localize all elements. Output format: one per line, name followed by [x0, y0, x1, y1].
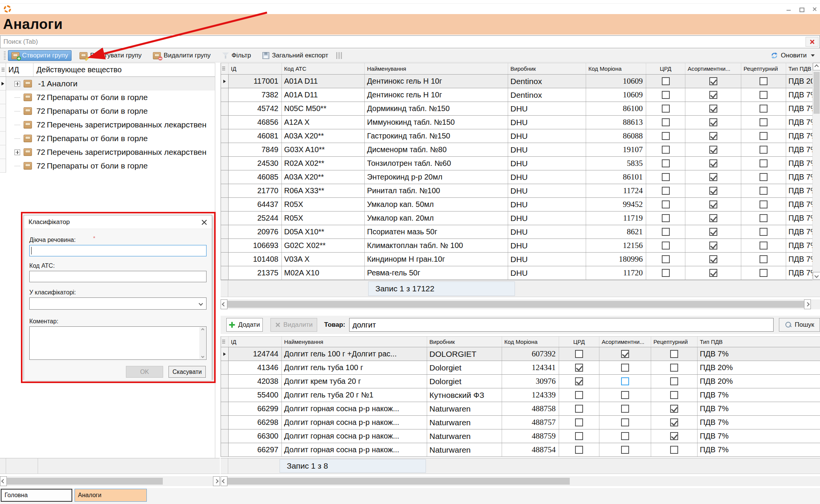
- asort-checkbox[interactable]: [709, 200, 717, 208]
- cell-crd[interactable]: [559, 402, 599, 415]
- scroll-left-icon[interactable]: [0, 476, 7, 486]
- crd-checkbox[interactable]: [575, 364, 583, 372]
- recipe-checkbox[interactable]: [670, 432, 678, 440]
- column-name[interactable]: Найменування: [365, 63, 508, 74]
- tree-row[interactable]: -1 Аналоги: [0, 77, 215, 91]
- recipe-checkbox[interactable]: [760, 118, 768, 126]
- column-maker[interactable]: Виробник: [427, 337, 502, 347]
- crd-checkbox[interactable]: [662, 228, 670, 236]
- asort-checkbox[interactable]: [709, 132, 717, 140]
- cell-recipe[interactable]: [741, 225, 786, 238]
- column-vat[interactable]: Тип ПДВ: [698, 337, 820, 347]
- tree-row[interactable]: 72 Перечень зарегистрированных лекарстве…: [0, 145, 215, 159]
- cell-asort[interactable]: [599, 347, 651, 361]
- table-row[interactable]: 7382 A01A D11 Дентинокс гель Н 10г Denti…: [221, 88, 812, 102]
- cell-asort[interactable]: [599, 402, 651, 415]
- asort-checkbox[interactable]: [709, 105, 717, 113]
- table-row[interactable]: 66298 Долгит горная сосна р-р накож... N…: [221, 416, 820, 429]
- cell-recipe[interactable]: [651, 388, 698, 402]
- product-search-input[interactable]: [349, 318, 774, 332]
- table-row[interactable]: 42038 Долгит крем туба 20 г Dolorgiet 30…: [221, 375, 820, 388]
- table-row[interactable]: 46085 A03A X20** Энтерокинд р-р 20мл DHU…: [221, 170, 812, 184]
- cell-crd[interactable]: [646, 88, 685, 102]
- cell-recipe[interactable]: [651, 416, 698, 429]
- cell-recipe[interactable]: [741, 143, 786, 156]
- cell-asort[interactable]: [599, 388, 651, 402]
- crd-checkbox[interactable]: [662, 118, 670, 126]
- crd-checkbox[interactable]: [575, 350, 583, 358]
- cell-crd[interactable]: [646, 253, 685, 266]
- cell-recipe[interactable]: [651, 361, 698, 374]
- add-product-button[interactable]: Додати: [226, 318, 263, 332]
- columns-icon[interactable]: [336, 52, 342, 59]
- cell-recipe[interactable]: [741, 157, 786, 170]
- cell-asort[interactable]: [685, 75, 741, 88]
- expand-plus-icon[interactable]: [14, 149, 20, 155]
- create-group-button[interactable]: Створити групу: [8, 50, 72, 61]
- crd-checkbox[interactable]: [575, 391, 583, 399]
- scroll-thumb[interactable]: [7, 478, 163, 485]
- cell-crd[interactable]: [559, 429, 599, 443]
- scroll-right-icon[interactable]: [804, 299, 811, 309]
- cell-recipe[interactable]: [651, 402, 698, 415]
- cell-asort[interactable]: [685, 211, 741, 225]
- recipe-checkbox[interactable]: [670, 350, 678, 358]
- scroll-left-icon[interactable]: [221, 476, 227, 486]
- column-asort[interactable]: Асортиментни...: [685, 63, 741, 74]
- search-product-button[interactable]: Пошук: [779, 318, 820, 332]
- table-row[interactable]: 25244 R05X Умкалор кап. 20мл DHU 11719 П…: [221, 211, 812, 225]
- asort-checkbox[interactable]: [709, 91, 717, 99]
- scroll-thumb[interactable]: [227, 478, 570, 485]
- scroll-up-icon[interactable]: [201, 328, 204, 331]
- cell-recipe[interactable]: [741, 266, 786, 280]
- clear-search-button[interactable]: [806, 37, 818, 47]
- cell-asort[interactable]: [685, 102, 741, 115]
- cell-asort[interactable]: [685, 198, 741, 211]
- tree-row[interactable]: 72 Препараты от боли в горле: [0, 132, 215, 145]
- export-button[interactable]: Загальний експорт: [259, 50, 332, 61]
- cell-asort[interactable]: [685, 184, 741, 197]
- column-crd[interactable]: ЦРД: [646, 63, 685, 74]
- minimize-icon[interactable]: [786, 6, 792, 12]
- cell-crd[interactable]: [646, 157, 685, 170]
- table-row[interactable]: 7849 G03X A10** Дисменорм табл. №80 DHU …: [221, 143, 812, 157]
- cell-crd[interactable]: [646, 239, 685, 252]
- filter-button[interactable]: Фільтр: [219, 50, 254, 61]
- recipe-checkbox[interactable]: [760, 187, 768, 195]
- cell-recipe[interactable]: [651, 443, 698, 456]
- table-row[interactable]: 101408 V03A X Киндинорм Н гран.10г DHU 1…: [221, 253, 812, 266]
- asort-checkbox[interactable]: [621, 418, 629, 426]
- analogs-vertical-scrollbar[interactable]: [812, 63, 820, 280]
- column-asort[interactable]: Асортиментни...: [599, 337, 651, 347]
- recipe-checkbox[interactable]: [760, 269, 768, 277]
- products-horizontal-scrollbar[interactable]: [221, 476, 820, 486]
- crd-checkbox[interactable]: [575, 446, 583, 454]
- cell-asort[interactable]: [685, 170, 741, 184]
- cell-crd[interactable]: [646, 102, 685, 115]
- cell-asort[interactable]: [599, 443, 651, 456]
- cell-crd[interactable]: [646, 225, 685, 238]
- search-input[interactable]: [0, 36, 820, 48]
- crd-checkbox[interactable]: [662, 187, 670, 195]
- cell-recipe[interactable]: [741, 102, 786, 115]
- asort-checkbox[interactable]: [709, 214, 717, 222]
- cell-asort[interactable]: [599, 416, 651, 429]
- crd-checkbox[interactable]: [662, 200, 670, 208]
- analogs-horizontal-scrollbar[interactable]: [221, 299, 820, 309]
- recipe-checkbox[interactable]: [760, 242, 768, 250]
- dialog-title-bar[interactable]: Класифікатор: [24, 215, 212, 229]
- textarea-scrollbar[interactable]: [199, 327, 206, 359]
- tab-home[interactable]: Головна: [1, 489, 72, 502]
- table-row[interactable]: 124744 Долгит гель 100 г +Долгит рас... …: [221, 347, 820, 361]
- asort-checkbox[interactable]: [621, 432, 629, 440]
- asort-checkbox[interactable]: [709, 228, 717, 236]
- crd-checkbox[interactable]: [662, 242, 670, 250]
- recipe-checkbox[interactable]: [670, 446, 678, 454]
- asort-checkbox[interactable]: [709, 187, 717, 195]
- delete-group-button[interactable]: Видалити групу: [149, 50, 214, 61]
- recipe-checkbox[interactable]: [760, 91, 768, 99]
- cell-recipe[interactable]: [651, 347, 698, 361]
- asort-checkbox[interactable]: [709, 255, 717, 263]
- cell-asort[interactable]: [685, 116, 741, 129]
- table-row[interactable]: 66300 Долгит горная сосна р-р накож... N…: [221, 429, 820, 443]
